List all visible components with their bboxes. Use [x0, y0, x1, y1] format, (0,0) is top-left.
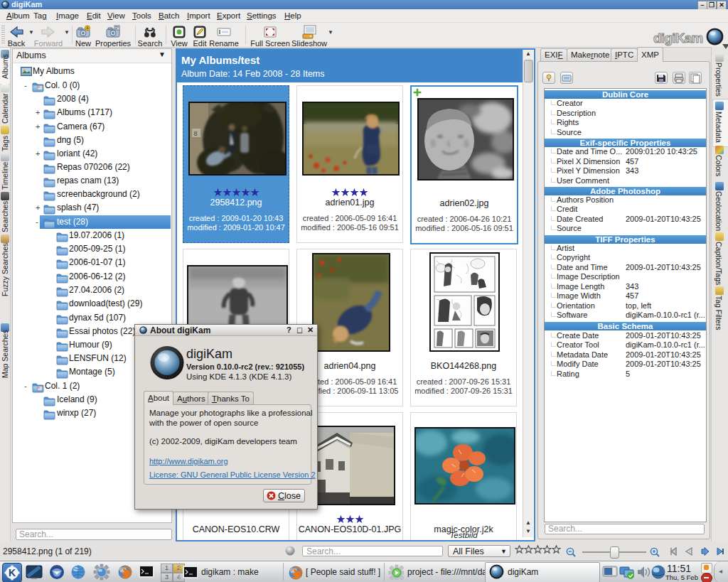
svg-text:K: K — [9, 567, 16, 578]
svg-text:8: 8 — [194, 130, 198, 137]
